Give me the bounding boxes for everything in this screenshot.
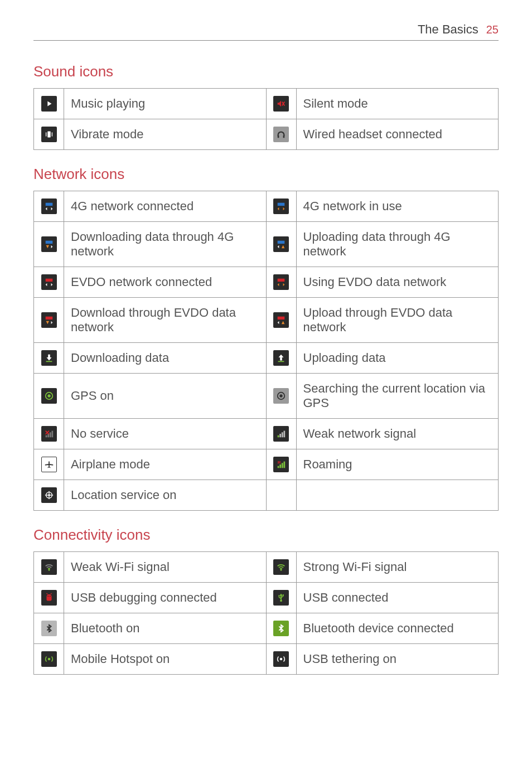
table-row: USB debugging connected USB connected [34, 583, 499, 613]
svg-rect-32 [48, 355, 50, 357]
svg-marker-10 [51, 207, 52, 210]
table-row: Weak Wi-Fi signal Strong Wi-Fi signal [34, 552, 499, 583]
svg-rect-50 [282, 432, 283, 437]
svg-rect-34 [46, 361, 52, 362]
svg-rect-45 [51, 431, 53, 438]
svg-rect-14 [45, 241, 52, 244]
label: USB debugging connected [64, 583, 267, 613]
svg-rect-48 [278, 435, 279, 438]
usb-tethering-icon [273, 651, 289, 667]
svg-marker-9 [45, 207, 47, 210]
bluetooth-on-icon [41, 621, 57, 636]
evdo-download-icon [41, 312, 57, 328]
svg-rect-42 [45, 435, 47, 438]
svg-line-68 [50, 593, 51, 594]
airplane-mode-icon [41, 457, 57, 472]
svg-marker-35 [279, 355, 284, 357]
label: Vibrate mode [64, 119, 267, 150]
svg-point-39 [47, 394, 50, 397]
svg-rect-11 [278, 203, 285, 206]
bluetooth-connected-icon [273, 621, 289, 636]
svg-rect-49 [279, 434, 281, 437]
table-network-icons: 4G network connected 4G network in use D… [33, 191, 499, 511]
svg-rect-29 [278, 317, 285, 319]
4g-connected-icon [41, 198, 57, 214]
table-row: Mobile Hotspot on USB tethering on [34, 644, 499, 675]
label: USB connected [296, 583, 499, 613]
label: Searching the current location via GPS [296, 374, 499, 419]
label: Upload through EVDO data network [296, 298, 499, 343]
svg-rect-51 [284, 431, 286, 438]
label: Download through EVDO data network [64, 298, 267, 343]
svg-point-41 [279, 394, 282, 397]
svg-point-72 [278, 595, 279, 596]
table-row: Airplane mode R Roaming [34, 449, 499, 480]
svg-rect-55 [284, 462, 286, 468]
page-title: The Basics [418, 22, 478, 37]
svg-point-61 [48, 569, 50, 571]
label: Weak Wi-Fi signal [64, 552, 267, 583]
vibrate-mode-icon [41, 127, 57, 142]
heading-sound-icons: Sound icons [33, 63, 499, 80]
4g-upload-icon [273, 236, 289, 252]
label: Mobile Hotspot on [64, 644, 267, 675]
evdo-connected-icon [41, 274, 57, 290]
label: EVDO network connected [64, 267, 267, 298]
svg-rect-6 [278, 135, 279, 138]
roaming-icon: R [273, 457, 289, 472]
heading-connectivity-icons: Connectivity icons [33, 526, 499, 544]
evdo-in-use-icon [273, 274, 289, 290]
svg-marker-16 [51, 245, 52, 248]
label: Roaming [296, 449, 499, 480]
svg-rect-23 [278, 279, 285, 282]
label: Location service on [64, 480, 267, 511]
svg-point-75 [280, 658, 283, 661]
svg-marker-0 [47, 101, 51, 106]
label [296, 480, 499, 511]
svg-marker-24 [278, 283, 279, 286]
table-sound-icons: Music playing Silent mode Vibrate mode W… [33, 88, 499, 150]
usb-connected-icon [273, 590, 289, 606]
location-service-icon [41, 487, 57, 503]
svg-marker-13 [283, 207, 285, 210]
svg-marker-18 [278, 245, 279, 248]
label: Bluetooth on [64, 613, 267, 644]
wifi-weak-icon [41, 559, 57, 575]
label: 4G network in use [296, 191, 499, 222]
svg-rect-52 [278, 466, 279, 468]
wifi-strong-icon [273, 559, 289, 575]
svg-point-66 [49, 595, 50, 597]
gps-on-icon [41, 388, 57, 404]
svg-rect-36 [280, 357, 282, 360]
svg-rect-17 [278, 241, 285, 244]
label: USB tethering on [296, 644, 499, 675]
weak-signal-icon [273, 426, 289, 442]
table-row: Music playing Silent mode [34, 89, 499, 119]
svg-rect-73 [283, 594, 284, 595]
svg-point-62 [280, 569, 282, 571]
svg-marker-33 [46, 357, 51, 360]
svg-rect-54 [282, 463, 283, 468]
svg-rect-3 [47, 132, 50, 138]
wired-headset-icon [273, 127, 289, 142]
svg-rect-26 [45, 317, 52, 319]
svg-marker-22 [51, 283, 52, 286]
svg-marker-12 [278, 207, 279, 210]
music-playing-icon [41, 96, 57, 112]
heading-network-icons: Network icons [33, 166, 499, 183]
svg-rect-64 [46, 597, 51, 601]
svg-marker-31 [282, 321, 284, 324]
table-row: 4G network connected 4G network in use [34, 191, 499, 222]
table-row: Downloading data through 4G network Uplo… [34, 222, 499, 267]
label: Weak network signal [296, 419, 499, 449]
label: Strong Wi-Fi signal [296, 552, 499, 583]
label: Uploading data through 4G network [296, 222, 499, 267]
label: Downloading data [64, 343, 267, 374]
svg-rect-37 [278, 361, 284, 362]
label: 4G network connected [64, 191, 267, 222]
table-connectivity-icons: Weak Wi-Fi signal Strong Wi-Fi signal US… [33, 551, 499, 675]
table-row: No service Weak network signal [34, 419, 499, 449]
svg-marker-27 [46, 321, 49, 324]
page-header: The Basics 25 [33, 22, 499, 41]
gps-searching-icon [273, 388, 289, 404]
